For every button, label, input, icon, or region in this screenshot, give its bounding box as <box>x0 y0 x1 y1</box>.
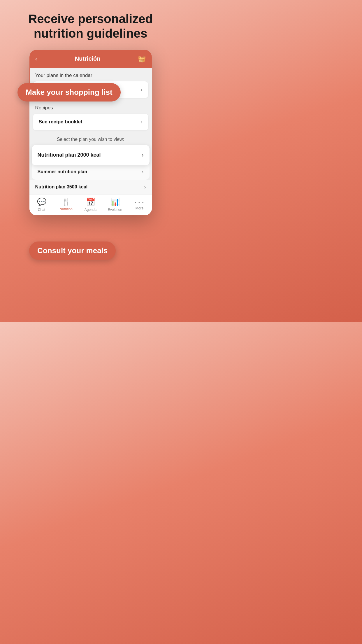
recipe-booklet-item[interactable]: See recipe booklet › <box>33 114 148 130</box>
tooltip-shopping: Make your shopping list <box>17 83 121 102</box>
chat-icon: 💬 <box>37 197 46 206</box>
section-label-recipes: Recipes <box>29 100 152 114</box>
nav-nutrition[interactable]: 🍴 Nutrition <box>57 198 75 211</box>
header-title: Nutrición <box>75 55 101 62</box>
page-background: Receive personalized nutrition guideline… <box>0 0 181 215</box>
nutrition-icon: 🍴 <box>62 198 71 206</box>
plan-3500-chevron: › <box>144 184 146 190</box>
plan-summer-text: Summer nutrition plan <box>38 169 87 174</box>
agenda-icon: 📅 <box>86 197 95 206</box>
evolution-label: Evolution <box>108 208 122 212</box>
agenda-label: Agenda <box>85 208 96 212</box>
app-card: ‹ Nutrición 🧺 Your plans in the calendar… <box>29 50 152 215</box>
chat-label: Chat <box>38 208 45 212</box>
plan-3500-text: Nutrition plan 3500 kcal <box>35 184 88 190</box>
plan-item-3500[interactable]: Nutrition plan 3500 kcal › <box>29 180 152 194</box>
recipe-booklet-chevron: › <box>141 119 143 125</box>
more-icon: • • • <box>135 199 144 205</box>
tooltip-shopping-text: Make your shopping list <box>26 88 113 97</box>
basket-icon[interactable]: 🧺 <box>138 55 146 63</box>
nav-evolution[interactable]: 📊 Evolution <box>106 197 124 212</box>
plan-item-2000[interactable]: Nutritional plan 2000 kcal › <box>32 145 150 165</box>
tooltip-meals: Consult your meals <box>29 242 116 260</box>
page-title: Receive personalized nutrition guideline… <box>0 0 181 50</box>
recipe-booklet-text: See recipe booklet <box>39 119 82 125</box>
plan-2000-text: Nutritional plan 2000 kcal <box>38 152 101 158</box>
select-plan-label: Select the plan you wish to view: <box>29 133 152 145</box>
nav-chat[interactable]: 💬 Chat <box>33 197 50 212</box>
app-header: ‹ Nutrición 🧺 <box>29 50 152 68</box>
bottom-nav: 💬 Chat 🍴 Nutrition 📅 Agenda 📊 Evolution … <box>29 194 152 215</box>
nav-more[interactable]: • • • More <box>131 199 148 210</box>
plan-2000-chevron: › <box>141 151 143 159</box>
more-label: More <box>136 206 143 210</box>
plan-summer-chevron: › <box>142 169 144 175</box>
plan-item-summer[interactable]: Summer nutrition plan › <box>32 164 150 180</box>
nav-agenda[interactable]: 📅 Agenda <box>82 197 99 212</box>
section-label-calendar: Your plans in the calendar <box>29 68 152 81</box>
tooltip-meals-text: Consult your meals <box>37 246 108 255</box>
back-button[interactable]: ‹ <box>35 55 37 63</box>
evolution-icon: 📊 <box>110 197 120 206</box>
view-calendar-chevron: › <box>141 87 143 93</box>
nutrition-label: Nutrition <box>59 207 73 211</box>
